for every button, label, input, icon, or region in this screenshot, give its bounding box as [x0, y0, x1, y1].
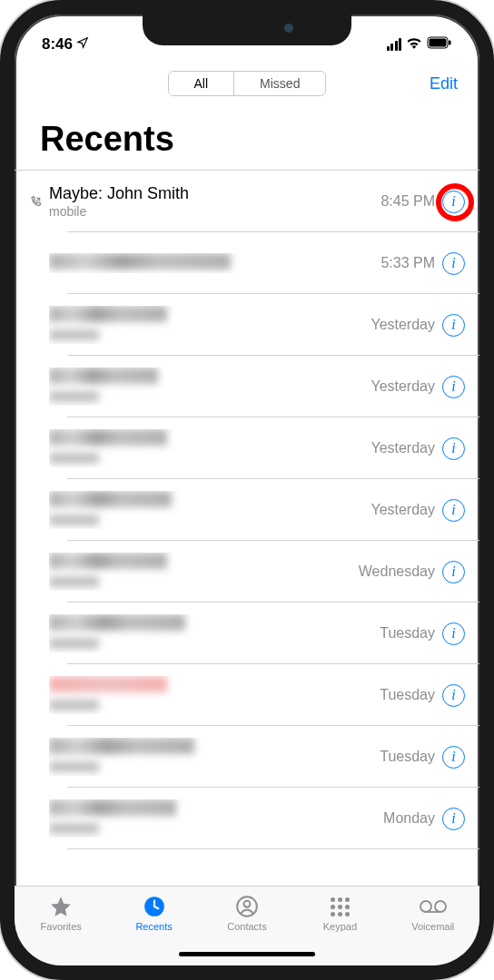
call-name-redacted — [49, 614, 185, 631]
tab-label: Recents — [135, 921, 172, 932]
cellular-icon — [387, 38, 402, 51]
call-name-redacted — [49, 306, 167, 322]
home-indicator[interactable] — [179, 952, 315, 956]
nav-bar: All Missed Edit — [15, 62, 479, 103]
call-name-redacted — [49, 253, 231, 270]
info-button[interactable]: i — [442, 746, 465, 769]
tab-voicemail[interactable]: Voicemail — [387, 894, 479, 965]
call-row[interactable]: Tuesdayi — [15, 726, 479, 788]
call-type-icon — [22, 756, 49, 758]
call-type-icon — [22, 509, 49, 511]
call-row[interactable]: Yesterdayi — [15, 294, 479, 356]
info-button[interactable]: i — [442, 561, 465, 583]
call-row[interactable]: Maybe: John Smithmobile8:45 PMi — [15, 171, 479, 232]
call-row[interactable]: Yesterdayi — [15, 356, 479, 417]
call-name-redacted — [49, 429, 167, 446]
info-button[interactable]: i — [442, 808, 465, 830]
call-name-redacted — [49, 553, 167, 569]
call-name: Maybe: John Smith — [49, 184, 380, 203]
call-name-redacted — [49, 676, 167, 692]
call-sub-redacted — [49, 700, 99, 710]
call-row[interactable]: Yesterdayi — [15, 417, 479, 479]
call-type-icon — [22, 386, 49, 387]
call-time: Yesterday — [370, 440, 435, 456]
call-time: Monday — [383, 810, 435, 827]
call-sub-redacted — [49, 761, 99, 772]
tab-label: Keypad — [323, 921, 357, 932]
notch — [143, 15, 351, 45]
segmented-control: All Missed — [168, 71, 327, 96]
call-sub-redacted — [49, 329, 99, 340]
call-time: 5:33 PM — [380, 255, 435, 271]
tab-favorites[interactable]: Favorites — [15, 894, 107, 965]
call-row[interactable]: 5:33 PMi — [15, 232, 479, 294]
wifi-icon — [406, 35, 422, 54]
star-icon — [49, 894, 73, 919]
tab-all[interactable]: All — [169, 72, 234, 95]
call-name-redacted — [49, 368, 158, 384]
call-time: Yesterday — [370, 317, 435, 333]
call-row[interactable]: Mondayi — [15, 788, 479, 849]
tab-label: Contacts — [227, 921, 266, 932]
call-sub-redacted — [49, 391, 99, 402]
call-time: 8:45 PM — [380, 193, 435, 210]
info-button[interactable]: i — [442, 191, 465, 213]
location-icon — [76, 35, 89, 54]
call-name-redacted — [49, 491, 172, 507]
tab-label: Favorites — [41, 921, 82, 932]
keypad-icon — [331, 894, 350, 919]
info-button[interactable]: i — [442, 437, 465, 460]
call-time: Wednesday — [359, 564, 435, 580]
info-button[interactable]: i — [442, 684, 465, 707]
call-type-icon — [22, 447, 49, 449]
call-type-icon — [22, 324, 49, 326]
call-type-icon — [22, 262, 49, 264]
svg-point-7 — [435, 901, 446, 912]
info-button[interactable]: i — [442, 499, 465, 522]
info-button[interactable]: i — [442, 252, 465, 275]
tab-bar: Favorites Recents Contacts Keypad Voicem… — [15, 886, 479, 965]
call-sub-redacted — [49, 576, 99, 587]
call-type-icon — [22, 694, 49, 696]
svg-point-6 — [420, 901, 431, 912]
call-sub-redacted — [49, 638, 99, 649]
tab-label: Voicemail — [411, 921, 454, 932]
clock-icon — [143, 894, 166, 919]
call-time: Tuesday — [380, 687, 435, 703]
svg-rect-2 — [449, 41, 451, 45]
info-button[interactable]: i — [442, 376, 465, 398]
page-title: Recents — [15, 103, 479, 170]
call-name-redacted — [49, 799, 176, 816]
call-sub-redacted — [49, 514, 99, 525]
info-button[interactable]: i — [442, 622, 465, 645]
call-row[interactable]: Tuesdayi — [15, 664, 479, 726]
call-type-icon — [22, 194, 49, 209]
info-button[interactable]: i — [442, 314, 465, 337]
call-sub-redacted — [49, 453, 99, 464]
call-subtitle: mobile — [49, 204, 380, 219]
status-time: 8:46 — [42, 35, 73, 54]
edit-button[interactable]: Edit — [430, 74, 458, 93]
voicemail-icon — [419, 894, 448, 919]
call-time: Yesterday — [370, 378, 435, 395]
call-row[interactable]: Tuesdayi — [15, 603, 479, 664]
battery-icon — [427, 35, 452, 54]
call-time: Tuesday — [380, 625, 435, 642]
call-list: Maybe: John Smithmobile8:45 PMi5:33 PMiY… — [15, 170, 479, 849]
contact-icon — [235, 894, 259, 919]
call-type-icon — [22, 818, 49, 819]
svg-point-5 — [244, 901, 251, 907]
call-name-redacted — [49, 738, 194, 754]
svg-rect-1 — [430, 39, 447, 47]
call-row[interactable]: Yesterdayi — [15, 479, 479, 541]
tab-missed[interactable]: Missed — [233, 72, 325, 95]
call-type-icon — [22, 571, 49, 573]
phone-frame: 8:46 All Missed Edit Recent — [0, 0, 494, 980]
call-type-icon — [22, 632, 49, 634]
call-time: Tuesday — [380, 749, 435, 765]
call-sub-redacted — [49, 823, 99, 834]
call-time: Yesterday — [370, 502, 435, 518]
call-row[interactable]: Wednesdayi — [15, 541, 479, 603]
